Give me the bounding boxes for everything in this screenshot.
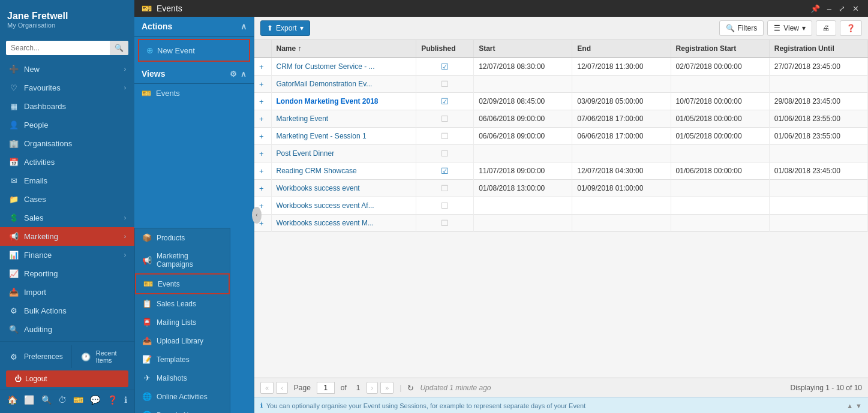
close-icon[interactable]: ✕ bbox=[851, 4, 861, 13]
row-published-cell[interactable]: ☑ bbox=[416, 58, 474, 76]
checkbox-unchecked-icon[interactable]: ☐ bbox=[441, 149, 449, 158]
submenu-domain-names[interactable]: 🌐 Domain Names bbox=[135, 406, 230, 413]
row-add-cell[interactable]: + bbox=[254, 162, 271, 180]
filters-button[interactable]: 🔍 Filters bbox=[719, 20, 764, 36]
events-footer-icon[interactable]: 🎫 bbox=[71, 394, 86, 406]
window-icon[interactable]: ⬜ bbox=[22, 394, 37, 406]
help-toolbar-button[interactable]: ❓ bbox=[840, 20, 862, 36]
recent-items[interactable]: 🕐 Recent Items bbox=[71, 345, 134, 368]
event-name-link[interactable]: London Marketing Event 2018 bbox=[277, 97, 379, 105]
event-name-link[interactable]: Workbooks success event bbox=[277, 184, 360, 192]
row-add-cell[interactable]: + bbox=[254, 128, 271, 145]
chevron-up-views-icon[interactable]: ∧ bbox=[241, 70, 247, 79]
submenu-templates[interactable]: 📝 Templates bbox=[135, 350, 230, 369]
sidebar-item-marketing[interactable]: 📢 Marketing › bbox=[0, 227, 134, 246]
col-end[interactable]: End bbox=[572, 40, 671, 58]
checkbox-unchecked-icon[interactable]: ☐ bbox=[441, 114, 449, 123]
row-add-cell[interactable]: + bbox=[254, 180, 271, 197]
view-button[interactable]: ☰ View ▾ bbox=[767, 20, 812, 36]
submenu-upload-library[interactable]: 📤 Upload Library bbox=[135, 331, 230, 350]
checkbox-unchecked-icon[interactable]: ☐ bbox=[441, 131, 449, 141]
preferences-item[interactable]: ⚙ Preferences bbox=[0, 348, 71, 366]
export-button[interactable]: ⬆ Export ▾ bbox=[260, 20, 310, 36]
submenu-events[interactable]: 🎫 Events bbox=[135, 273, 230, 294]
sidebar-item-activities[interactable]: 📅 Activities bbox=[0, 153, 134, 171]
chevron-up-icon[interactable]: ∧ bbox=[241, 22, 247, 31]
expand-icon[interactable]: ⤢ bbox=[837, 4, 847, 13]
pin-icon[interactable]: 📌 bbox=[809, 4, 822, 13]
row-add-cell[interactable]: + bbox=[254, 76, 271, 93]
event-name-link[interactable]: Workbooks success event Af... bbox=[277, 201, 374, 210]
event-name-link[interactable]: Post Event Dinner bbox=[277, 149, 335, 158]
row-published-cell[interactable]: ☑ bbox=[416, 93, 474, 110]
sidebar-item-people[interactable]: 👤 People bbox=[0, 116, 134, 134]
row-add-cell[interactable]: + bbox=[254, 93, 271, 110]
sidebar-item-dashboards[interactable]: ▦ Dashboards bbox=[0, 97, 134, 116]
row-published-cell[interactable]: ☑ bbox=[416, 162, 474, 180]
sidebar-item-emails[interactable]: ✉ Emails bbox=[0, 171, 134, 190]
page-number-input[interactable] bbox=[317, 382, 335, 394]
submenu-mailshots[interactable]: ✈ Mailshots bbox=[135, 369, 230, 387]
checkbox-unchecked-icon[interactable]: ☐ bbox=[441, 218, 449, 228]
sidebar-item-reporting[interactable]: 📈 Reporting bbox=[0, 264, 134, 283]
first-page-button[interactable]: « bbox=[260, 382, 274, 394]
event-name-link[interactable]: CRM for Customer Service - ... bbox=[277, 62, 375, 71]
next-page-button[interactable]: › bbox=[367, 382, 379, 394]
plus-icon[interactable]: + bbox=[259, 149, 264, 158]
row-published-cell[interactable]: ☐ bbox=[416, 215, 474, 232]
view-dropdown-icon[interactable]: ▾ bbox=[802, 24, 806, 32]
info-scroll-up[interactable]: ▲ bbox=[846, 402, 853, 409]
collapse-panel-arrow[interactable]: ‹ bbox=[252, 207, 262, 224]
sidebar-item-new[interactable]: ➕ New › bbox=[0, 60, 134, 79]
plus-icon[interactable]: + bbox=[259, 97, 264, 106]
plus-icon[interactable]: + bbox=[259, 132, 264, 141]
sidebar-item-import[interactable]: 📥 Import bbox=[0, 283, 134, 302]
info-scroll-down[interactable]: ▼ bbox=[855, 402, 862, 409]
event-name-link[interactable]: Workbooks success event M... bbox=[277, 219, 374, 227]
plus-icon[interactable]: + bbox=[259, 62, 264, 71]
event-name-link[interactable]: Marketing Event bbox=[277, 114, 329, 123]
submenu-sales-leads[interactable]: 📋 Sales Leads bbox=[135, 294, 230, 313]
checkbox-checked-icon[interactable]: ☑ bbox=[441, 97, 449, 106]
event-name-link[interactable]: GatorMail Demonstration Ev... bbox=[277, 80, 373, 88]
info-icon[interactable]: ℹ bbox=[122, 394, 130, 406]
col-reg-until[interactable]: Registration Until bbox=[769, 40, 867, 58]
sidebar-item-finance[interactable]: 📊 Finance › bbox=[0, 246, 134, 264]
plus-icon[interactable]: + bbox=[259, 80, 264, 89]
prev-page-button[interactable]: ‹ bbox=[276, 382, 288, 394]
event-name-link[interactable]: Marketing Event - Session 1 bbox=[277, 132, 367, 140]
row-published-cell[interactable]: ☐ bbox=[416, 197, 474, 215]
submenu-marketing-campaigns[interactable]: 📢 Marketing Campaigns bbox=[135, 247, 230, 273]
row-published-cell[interactable]: ☐ bbox=[416, 76, 474, 93]
row-published-cell[interactable]: ☐ bbox=[416, 128, 474, 145]
plus-icon[interactable]: + bbox=[259, 114, 264, 123]
sidebar-item-configuration[interactable]: ⚙ Configuration bbox=[0, 339, 134, 341]
timer-icon[interactable]: ⏱ bbox=[56, 394, 69, 406]
sidebar-item-favourites[interactable]: ♡ Favourites › bbox=[0, 79, 134, 97]
event-name-link[interactable]: Reading CRM Showcase bbox=[277, 167, 357, 175]
submenu-mailing-lists[interactable]: 📮 Mailing Lists bbox=[135, 313, 230, 331]
comment-icon[interactable]: 💬 bbox=[88, 394, 103, 406]
row-add-cell[interactable]: + bbox=[254, 58, 271, 76]
views-events-item[interactable]: 🎫 Events bbox=[134, 84, 254, 103]
plus-icon[interactable]: + bbox=[259, 167, 264, 176]
checkbox-checked-icon[interactable]: ☑ bbox=[441, 62, 449, 71]
sidebar-item-bulk-actions[interactable]: ⚙ Bulk Actions bbox=[0, 302, 134, 320]
print-button[interactable]: 🖨 bbox=[816, 20, 836, 36]
sidebar-item-cases[interactable]: 📁 Cases bbox=[0, 190, 134, 209]
checkbox-unchecked-icon[interactable]: ☐ bbox=[441, 183, 449, 193]
settings-icon[interactable]: ⚙ bbox=[230, 70, 237, 79]
checkbox-unchecked-icon[interactable]: ☐ bbox=[441, 201, 449, 210]
minimize-icon[interactable]: – bbox=[825, 4, 833, 13]
submenu-products[interactable]: 📦 Products bbox=[135, 228, 230, 247]
export-dropdown-icon[interactable]: ▾ bbox=[300, 24, 304, 32]
sidebar-item-sales[interactable]: 💲 Sales › bbox=[0, 209, 134, 227]
checkbox-checked-icon[interactable]: ☑ bbox=[441, 166, 449, 176]
search-bar[interactable]: 🔍 bbox=[6, 41, 128, 55]
sidebar-item-auditing[interactable]: 🔍 Auditing bbox=[0, 320, 134, 339]
row-add-cell[interactable]: + bbox=[254, 145, 271, 162]
new-event-button[interactable]: ⊕ New Event bbox=[138, 39, 250, 62]
col-name[interactable]: Name ↑ bbox=[271, 40, 416, 58]
refresh-button[interactable]: ↻ bbox=[407, 384, 414, 393]
submenu-online-activities[interactable]: 🌐 Online Activities bbox=[135, 387, 230, 406]
